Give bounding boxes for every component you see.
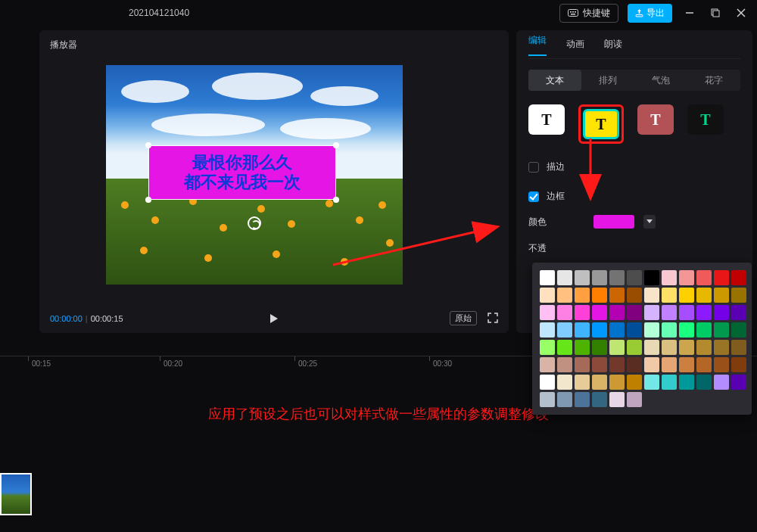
palette-swatch[interactable]	[592, 375, 607, 390]
palette-swatch[interactable]	[696, 288, 712, 303]
palette-swatch[interactable]	[714, 357, 729, 372]
palette-swatch[interactable]	[609, 357, 625, 372]
palette-swatch[interactable]	[644, 270, 659, 285]
palette-swatch[interactable]	[609, 288, 625, 303]
palette-swatch[interactable]	[592, 392, 607, 407]
palette-swatch[interactable]	[714, 288, 729, 303]
palette-swatch[interactable]	[679, 322, 694, 338]
palette-swatch[interactable]	[644, 305, 659, 320]
palette-swatch[interactable]	[644, 288, 659, 303]
stroke-option[interactable]: 描边	[528, 160, 740, 173]
palette-swatch[interactable]	[540, 288, 555, 303]
palette-swatch[interactable]	[557, 340, 572, 355]
palette-swatch[interactable]	[592, 270, 607, 285]
palette-swatch[interactable]	[557, 322, 572, 338]
palette-swatch[interactable]	[557, 375, 572, 390]
palette-swatch[interactable]	[609, 392, 625, 407]
palette-swatch[interactable]	[696, 270, 712, 285]
palette-swatch[interactable]	[731, 288, 746, 303]
minimize-button[interactable]	[681, 5, 698, 21]
palette-swatch[interactable]	[644, 340, 659, 355]
palette-swatch[interactable]	[696, 340, 712, 355]
palette-swatch[interactable]	[540, 322, 555, 338]
clip-thumbnail[interactable]	[0, 473, 32, 515]
palette-swatch[interactable]	[696, 305, 712, 320]
palette-swatch[interactable]	[627, 270, 642, 285]
palette-swatch[interactable]	[575, 340, 590, 355]
palette-swatch[interactable]	[679, 305, 694, 320]
palette-swatch[interactable]	[644, 357, 659, 372]
subtab-artword[interactable]: 花字	[687, 74, 740, 87]
shortcut-button[interactable]: 快捷键	[559, 4, 618, 23]
palette-swatch[interactable]	[679, 375, 694, 390]
palette-swatch[interactable]	[627, 340, 642, 355]
palette-swatch[interactable]	[592, 322, 607, 338]
palette-swatch[interactable]	[731, 375, 746, 390]
preset-1[interactable]: T	[528, 104, 565, 135]
ratio-button[interactable]: 原始	[450, 311, 477, 325]
palette-swatch[interactable]	[627, 392, 642, 407]
preset-3[interactable]: T	[637, 104, 674, 135]
palette-swatch[interactable]	[696, 375, 712, 390]
palette-swatch[interactable]	[609, 270, 625, 285]
maximize-button[interactable]	[707, 5, 724, 21]
palette-swatch[interactable]	[575, 392, 590, 407]
palette-swatch[interactable]	[557, 357, 572, 372]
palette-swatch[interactable]	[696, 322, 712, 338]
tab-edit[interactable]: 编辑	[528, 34, 547, 56]
palette-swatch[interactable]	[714, 340, 729, 355]
play-button[interactable]	[269, 313, 279, 324]
palette-swatch[interactable]	[557, 305, 572, 320]
palette-swatch[interactable]	[592, 357, 607, 372]
tab-read[interactable]: 朗读	[604, 38, 622, 51]
palette-swatch[interactable]	[627, 322, 642, 338]
export-button[interactable]: 导出	[628, 4, 672, 23]
palette-swatch[interactable]	[575, 305, 590, 320]
palette-swatch[interactable]	[540, 340, 555, 355]
palette-swatch[interactable]	[662, 322, 677, 338]
palette-swatch[interactable]	[575, 322, 590, 338]
palette-swatch[interactable]	[575, 357, 590, 372]
palette-swatch[interactable]	[714, 270, 729, 285]
palette-swatch[interactable]	[662, 375, 677, 390]
tab-animation[interactable]: 动画	[566, 38, 584, 51]
palette-swatch[interactable]	[557, 288, 572, 303]
subtab-text[interactable]: 文本	[528, 70, 581, 91]
palette-swatch[interactable]	[679, 270, 694, 285]
palette-swatch[interactable]	[592, 340, 607, 355]
resize-handle[interactable]	[333, 142, 339, 148]
palette-swatch[interactable]	[662, 305, 677, 320]
palette-swatch[interactable]	[731, 322, 746, 338]
palette-swatch[interactable]	[714, 322, 729, 338]
palette-swatch[interactable]	[592, 305, 607, 320]
palette-swatch[interactable]	[627, 375, 642, 390]
palette-swatch[interactable]	[609, 305, 625, 320]
palette-swatch[interactable]	[540, 357, 555, 372]
preset-4[interactable]: T	[687, 104, 724, 135]
palette-swatch[interactable]	[679, 288, 694, 303]
border-option[interactable]: 边框	[528, 190, 740, 203]
rotate-handle[interactable]	[248, 216, 261, 230]
color-swatch[interactable]	[593, 215, 634, 229]
palette-swatch[interactable]	[662, 288, 677, 303]
palette-swatch[interactable]	[575, 375, 590, 390]
palette-swatch[interactable]	[696, 357, 712, 372]
resize-handle[interactable]	[333, 197, 339, 203]
video-preview[interactable]: 最恨你那么久 都不来见我一次	[106, 65, 403, 285]
palette-swatch[interactable]	[627, 357, 642, 372]
fullscreen-button[interactable]	[488, 313, 498, 325]
palette-swatch[interactable]	[731, 340, 746, 355]
palette-swatch[interactable]	[540, 392, 555, 407]
palette-swatch[interactable]	[644, 375, 659, 390]
palette-swatch[interactable]	[540, 375, 555, 390]
preset-2[interactable]: T	[583, 109, 619, 139]
palette-swatch[interactable]	[627, 305, 642, 320]
palette-swatch[interactable]	[679, 357, 694, 372]
text-overlay[interactable]: 最恨你那么久 都不来见我一次	[148, 145, 336, 200]
subtab-arrange[interactable]: 排列	[581, 74, 634, 87]
palette-swatch[interactable]	[679, 340, 694, 355]
subtab-bubble[interactable]: 气泡	[634, 74, 687, 87]
stroke-checkbox[interactable]	[528, 162, 539, 173]
palette-swatch[interactable]	[592, 288, 607, 303]
palette-swatch[interactable]	[575, 270, 590, 285]
